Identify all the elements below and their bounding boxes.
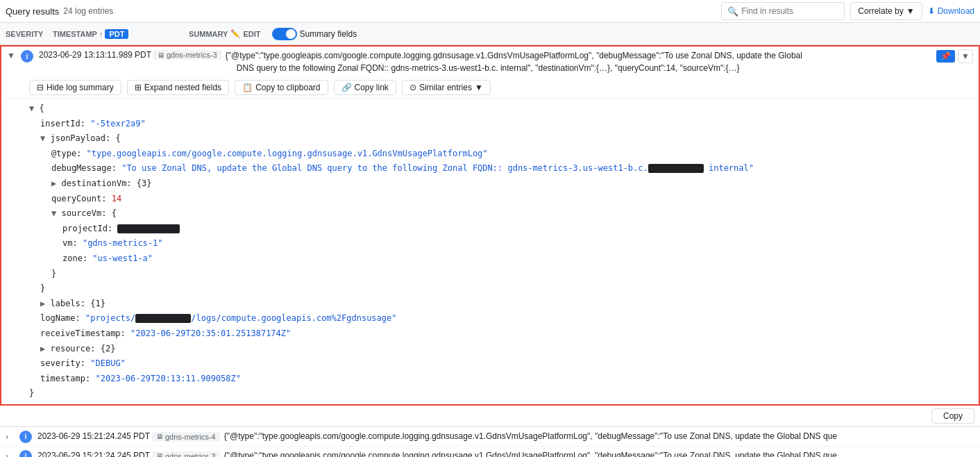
page-title: Query results: [6, 6, 59, 17]
source-vm-field: ▼ sourceVm: {: [51, 206, 973, 222]
copy-button[interactable]: Copy: [931, 408, 974, 424]
summary-fields-label: Summary fields: [300, 29, 357, 39]
monitor-icon: 🖥: [158, 51, 164, 59]
summary-header: SUMMARY ✏️ EDIT: [189, 29, 261, 38]
severity-field: severity: "DEBUG": [40, 356, 973, 372]
severity-icon-debug: i: [19, 431, 32, 443]
collapsed-log-list: › i 2023-06-29 15:21:24.245 PDT 🖥 gdns-m…: [0, 427, 980, 457]
insert-id-field: insertId: "-5texr2a9": [40, 117, 973, 132]
similar-icon: ⊙: [409, 83, 416, 92]
resource-field: ▶ resource: {2}: [40, 342, 973, 357]
table-row[interactable]: › i 2023-06-29 15:21:24.245 PDT 🖥 gdns-m…: [0, 447, 980, 457]
source-chip: 🖥 gdns-metrics-3: [153, 50, 221, 60]
root-brace: ▼ {: [29, 101, 973, 117]
log-message: {"@type":"type.googleapis.com/google.com…: [224, 449, 974, 457]
root-close: }: [29, 386, 973, 401]
similar-entries-button[interactable]: ⊙ Similar entries ▼: [402, 80, 491, 95]
monitor-icon: 🖥: [156, 433, 163, 440]
log-message-preview: {"@type":"type.googleapis.com/google.com…: [226, 49, 936, 74]
table-row[interactable]: › i 2023-06-29 15:21:24.245 PDT 🖥 gdns-m…: [0, 427, 980, 447]
sort-arrow-icon[interactable]: ↑: [99, 30, 103, 38]
entry-timestamp: 2023-06-29 15:21:24.245 PDT: [37, 431, 152, 441]
root-expand[interactable]: ▼: [29, 103, 34, 113]
expand-icon: ⊞: [135, 83, 142, 92]
pin-button[interactable]: 📌: [936, 50, 955, 63]
clipboard-icon: 📋: [242, 83, 253, 92]
more-options-button[interactable]: ▼: [958, 49, 973, 63]
type-field: @type: "type.googleapis.com/google.compu…: [51, 147, 973, 162]
expanded-log-entry: ▼ i 2023-06-29 13:13:11.989 PDT 🖥 gdns-m…: [0, 45, 980, 406]
toggle-switch[interactable]: [272, 28, 297, 40]
labels-field: ▶ labels: {1}: [40, 297, 973, 312]
correlate-label: Correlate by: [858, 6, 903, 16]
log-action-bar: ⊟ Hide log summary ⊞ Expand nested field…: [1, 77, 979, 99]
json-payload-field: ▼ jsonPayload: {: [40, 131, 973, 147]
log-detail-tree: ▼ { insertId: "-5texr2a9" ▼ jsonPayload:…: [1, 99, 979, 404]
timestamp-header: TIMESTAMP ↑ PDT: [53, 29, 178, 39]
pdt-badge[interactable]: PDT: [105, 29, 128, 39]
edit-icon[interactable]: ✏️: [230, 29, 240, 38]
summary-fields-toggle[interactable]: Summary fields: [272, 28, 357, 40]
toolbar-left: Query results 24 log entries: [6, 6, 716, 17]
download-icon: ⬇: [928, 6, 935, 16]
download-button[interactable]: ⬇ Download: [928, 6, 974, 16]
log-message: {"@type":"type.googleapis.com/google.com…: [224, 430, 974, 442]
json-payload-close: }: [40, 281, 973, 297]
expanded-entry-header: ▼ i 2023-06-29 13:13:11.989 PDT 🖥 gdns-m…: [1, 47, 979, 77]
log-name-field: logName: "projects//logs/compute.googlea…: [40, 311, 973, 326]
expand-icon[interactable]: ›: [6, 432, 17, 442]
find-in-results-box[interactable]: 🔍: [721, 2, 845, 20]
receive-timestamp-field: receiveTimestamp: "2023-06-29T20:35:01.2…: [40, 326, 973, 342]
chevron-down-icon: ▼: [475, 83, 483, 92]
project-id-field: projectId:: [62, 222, 973, 237]
monitor-icon: 🖥: [156, 452, 163, 457]
query-count-field: queryCount: 14: [51, 192, 973, 207]
copy-link-button[interactable]: 🔗 Copy link: [334, 80, 396, 95]
expand-nested-fields-button[interactable]: ⊞ Expand nested fields: [127, 80, 229, 95]
severity-icon-debug: i: [21, 50, 33, 63]
correlate-by-button[interactable]: Correlate by ▼: [850, 2, 922, 20]
source-chip: 🖥 gdns-metrics-3: [152, 451, 220, 457]
severity-header: SEVERITY: [6, 30, 47, 38]
log-count: 24 log entries: [63, 6, 113, 16]
search-icon: 🔍: [727, 6, 738, 17]
timestamp-field: timestamp: "2023-06-29T20:13:11.909058Z": [40, 372, 973, 387]
chevron-down-icon: ▼: [906, 6, 915, 16]
column-headers: SEVERITY TIMESTAMP ↑ PDT SUMMARY ✏️ EDIT…: [0, 23, 980, 45]
entry-timestamp: 2023-06-29 13:13:11.989 PDT: [39, 50, 153, 60]
toolbar: Query results 24 log entries 🔍 Correlate…: [0, 0, 980, 23]
source-vm-close: }: [51, 267, 973, 282]
zone-field: zone: "us-west1-a": [62, 251, 973, 267]
entry-actions-right: 📌 ▼: [936, 49, 973, 63]
entry-timestamp: 2023-06-29 15:21:24.245 PDT: [37, 451, 152, 457]
expand-icon[interactable]: ›: [6, 451, 17, 457]
source-chip: 🖥 gdns-metrics-4: [152, 432, 220, 442]
collapse-button[interactable]: ▼: [7, 51, 18, 60]
destination-vm-field: ▶ destinationVm: {3}: [51, 176, 973, 192]
copy-row: Copy: [0, 406, 980, 427]
log-scroll-area[interactable]: ▼ i 2023-06-29 13:13:11.989 PDT 🖥 gdns-m…: [0, 45, 980, 457]
table-icon: ⊟: [37, 83, 44, 92]
hide-log-summary-button[interactable]: ⊟ Hide log summary: [29, 80, 121, 95]
debug-message-field: debugMessage: "To use Zonal DNS, update …: [51, 161, 973, 176]
vm-field: vm: "gdns-metrics-1": [62, 236, 973, 251]
find-in-results-input[interactable]: [741, 6, 838, 16]
toolbar-right: 🔍 Correlate by ▼ ⬇ Download: [721, 2, 974, 20]
copy-to-clipboard-button[interactable]: 📋 Copy to clipboard: [235, 80, 328, 95]
severity-icon-debug: i: [19, 450, 32, 457]
link-icon: 🔗: [341, 83, 352, 92]
